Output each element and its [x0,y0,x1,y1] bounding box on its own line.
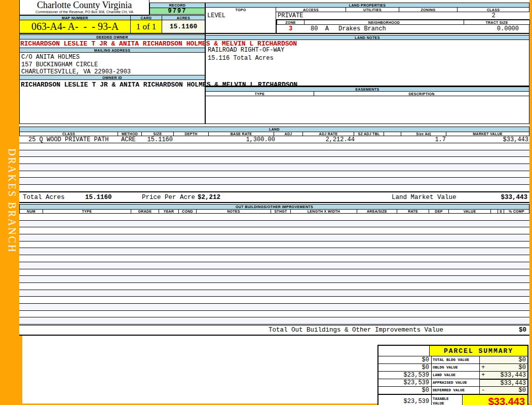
neighborhood-label: NEIGHBORHOOD [304,20,464,25]
zoning-label: ZONING [399,7,458,12]
land-market-value-total: $33,443 [501,194,527,201]
row-operator: - [481,387,485,394]
land-method-cell: ACRE [118,136,142,143]
row-operator: + [481,372,485,379]
summary-row-land: $23,539 LAND VALUE +$33,443 [378,371,527,379]
row-value: $33,443 [501,372,526,379]
prior-value: $0 [378,387,432,394]
prior-value: $23,539 [378,372,432,379]
easement-type-label: TYPE [205,91,314,96]
ob-column-header: RATE [397,209,429,214]
row-label: LAND VALUE [432,372,480,379]
land-adj-rate-cell: 2,212.44 [306,136,357,143]
acres-value: 15.1160 [162,20,205,33]
zone-extra-value: 80 A [311,25,329,32]
sidebar-district-label: DRAKES BRANCH [3,148,18,253]
land-market-value-label: Land Market Value [392,194,457,201]
land-notes-title: LAND NOTES [205,35,529,40]
prior-value: $23,539 [378,379,432,386]
land-column-header [384,132,401,136]
summary-row-obldg: $0 OBLDG VALUE +$0 [378,363,527,371]
price-per-acre-label: Price Per Acre [142,194,195,201]
land-size-adj-cell: 1.7 [405,136,451,143]
land-class-cell: 25 Q WOOD PRIVATE PATH [19,136,118,143]
mailing-address-label: MAILING ADDRESS [19,48,205,53]
mailing-address-line: C/O ANITA HOLMES [21,54,131,61]
out-buildings-empty-rows [19,214,529,325]
land-notes-text: RAILROAD RIGHT-OF-WAY 15.116 Total Acres [208,46,284,62]
land-empty-rows [19,143,529,192]
parcel-summary-header-spacer [378,346,430,356]
owner-panel: DEEDED OWNER RICHARDSON LESLIE T JR & AN… [19,33,205,124]
out-buildings-total-label: Total Out Buildings & Other Improvements… [269,327,443,334]
easements-panel: EASEMENTS TYPE DESCRIPTION [205,86,529,124]
land-column-header: ADJ [274,132,303,136]
total-acres-label: Total Acres [23,194,65,201]
ob-column-header [490,209,498,214]
deeded-owner-value: RICHARDSON LESLIE T JR & ANITA RICHARDSO… [20,40,297,48]
commissioner-line: Commissioner of the Revenue, PO Box 308,… [20,10,149,14]
ob-column-header: GRADE [131,209,159,214]
taxable-value: $33,443 [463,395,527,405]
land-totals-row: Total Acres 15.1160 Price Per Acre $2,21… [19,192,529,202]
land-column-header: DEPTH [173,132,209,136]
total-acres-value: 15.1160 [85,194,112,201]
county-header-block: Charlotte County Virginia Commissioner o… [19,0,149,15]
neighborhood-value: Drakes Branch [338,25,386,32]
row-value: $0 [519,387,526,394]
county-title: Charlotte County Virginia [20,0,149,10]
row-label: APPRAISED VALUE [432,379,480,386]
land-blank-cell [388,136,405,143]
summary-row-deferred: $0 DEFERRED VALUE -$0 [378,386,527,394]
ob-column-header: YEAR [159,209,179,214]
ob-column-header: VALUE [448,209,491,214]
zone-label: ZONE [277,20,305,25]
map-number-value: 063-A4- A- - - 93-A [19,20,131,33]
ob-column-header: LENGTH X WIDTH [290,209,357,214]
owner-id-value: RICHARDSON LESLIE T JR & ANITA RICHARDSO… [21,81,297,89]
row-value: $0 [519,364,526,371]
ob-column-header: COND [178,209,197,214]
land-size-cell: 15.1160 [142,136,175,143]
parcel-summary-title: PARCEL SUMMARY [430,346,527,356]
prior-value: $0 [378,364,432,371]
land-sz-adj-tbl-cell [357,136,388,143]
row-label: TOTAL BLDG VALUE [432,356,480,363]
access-value: PRIVATE [278,12,303,19]
owner-id-label: OWNER ID [19,75,205,80]
class-value: 2 [458,12,529,19]
row-label: DEFERRED VALUE [432,387,480,394]
parcel-summary-header-row: PARCEL SUMMARY [378,346,527,356]
ob-column-header: DEP [429,209,449,214]
price-per-acre-value: $2,212 [198,194,220,201]
land-base-rate-cell: 1,300.00 [210,136,276,143]
land-section: LAND CLASS METHOD SIZE DEPTH BASE RATE A… [19,127,529,203]
tract-size-value: 0.0000 [464,25,519,32]
prior-value: $0 [378,356,432,363]
utilities-label: UTILITIES [346,7,399,12]
row-operator: + [481,364,485,371]
summary-row-total-bldg: $0 TOTAL BLDG VALUE $0 [378,356,527,363]
deeded-owner-label: DEEDED OWNER [19,34,205,39]
out-buildings-section: OUT BUILDINGS/OTHER IMPROVEMENTS NUM TYP… [19,204,529,336]
land-market-value-cell: $33,443 [451,136,529,143]
summary-row-appraised: $23,539 APPRAISED VALUE $33,443 [378,379,527,386]
topo-value: LEVEL [205,12,276,33]
property-record-card: DRAKES BRANCH Charlotte County Virginia … [0,0,532,405]
easement-description-label: DESCRIPTION [314,91,529,96]
mailing-address-line: 157 BUCKINGHAM CIRCLE [21,61,131,69]
ob-column-header: TYPE [43,209,131,214]
ob-column-header: NUM [19,209,43,214]
summary-row-taxable: $23,539 TAXABLE VALUE $33,443 [378,394,527,405]
tract-size-label: TRACT SIZE [464,20,530,25]
out-buildings-total-row: Total Out Buildings & Other Improvements… [19,325,529,335]
zone-neighborhood-block: ZONE NEIGHBORHOOD TRACT SIZE 3 80 A Drak… [276,19,529,33]
ob-column-header: % COMP [504,209,529,214]
land-properties-section: LAND PROPERTIES TOPO ACCESS UTILITIES ZO… [205,3,529,33]
land-notes-line: 15.116 Total Acres [208,54,284,62]
card-value: 1 of 1 [130,20,162,33]
class-label: CLASS [457,7,529,12]
zone-value: 3 [277,25,305,32]
access-label: ACCESS [276,7,346,12]
record-value: 9797 [149,8,205,15]
